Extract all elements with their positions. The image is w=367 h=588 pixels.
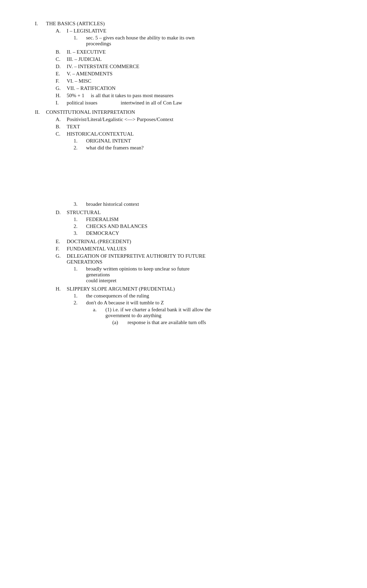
subsection-d-marker: D. [56, 64, 67, 70]
ii-subsection-e-marker: E. [56, 239, 67, 245]
ii-d-item-1-label: FEDERALISM [86, 217, 332, 222]
subsection-i-label: political issues intertwined in all of C… [67, 100, 332, 106]
ii-d-item-1-marker: 1. [74, 217, 86, 222]
ii-c-item-3: 3. broader historical context [67, 201, 332, 207]
ii-subsection-c-label: HISTORICAL/CONTEXTUAL [67, 131, 332, 137]
section-i-subsections: A. I – LEGISLATIVE 1. sec. 5 – gives eac… [46, 28, 332, 106]
ii-h-item-2-a-1-marker: (a) [112, 320, 128, 325]
item-a-1: 1. sec. 5 – gives each house the ability… [67, 35, 332, 47]
ii-subsection-a-marker: A. [56, 117, 67, 122]
ii-subsection-g-marker: G. [56, 253, 67, 285]
ii-h-item-2-content: don't do A because it will tumble to Z a… [86, 300, 332, 328]
ii-subsection-a-label: Positivist/Literal/Legalistic <—> Purpos… [67, 117, 332, 122]
ii-subsection-b-label: TEXT [67, 124, 332, 130]
subsection-e-marker: E. [56, 71, 67, 77]
ii-g-item-1-marker: 1. [74, 266, 86, 284]
subsection-d-label: IV. – INTERSTATE COMMERCE [67, 64, 332, 70]
ii-h-item-2-a-1-label: response is that are available turn offs [128, 320, 332, 325]
ii-h-item-2-a-content: (1) i.e. if we charter a federal bank it… [105, 307, 332, 327]
ii-c-item-1-label: ORIGINAL INTENT [86, 138, 332, 144]
subsection-f: F. VI. – MISC [46, 78, 332, 84]
ii-d-item-3-marker: 3. [74, 230, 86, 236]
section-ii-subsections: A. Positivist/Literal/Legalistic <—> Pur… [46, 117, 332, 329]
ii-h-item-2-subitems: a. (1) i.e. if we charter a federal bank… [86, 307, 332, 327]
subsection-d: D. IV. – INTERSTATE COMMERCE [46, 64, 332, 70]
subsection-a-label: I – LEGISLATIVE [67, 28, 332, 34]
ii-d-item-2-marker: 2. [74, 223, 86, 229]
ii-subsection-c-items: 1. ORIGINAL INTENT 2. what did the frame… [67, 138, 332, 151]
ii-c-item-2-label: what did the framers mean? [86, 145, 332, 151]
subsection-f-label: VI. – MISC [67, 78, 332, 84]
ii-subsection-d-content: STRUCTURAL 1. FEDERALISM 2. CHECKS AND B… [67, 210, 332, 237]
ii-d-item-3: 3. DEMOCRACY [67, 230, 332, 236]
subsection-b-label: II. – EXECUTIVE [67, 49, 332, 55]
section-ii-marker: II. [35, 109, 46, 330]
ii-subsection-d: D. STRUCTURAL 1. FEDERALISM 2. CHEC [46, 210, 332, 237]
ii-subsection-g: G. DELEGATION OF INTERPRETIVE AUTHORITY … [46, 253, 332, 285]
subsection-e: E. V. – AMENDMENTS [46, 71, 332, 77]
ii-d-item-2-label: CHECKS AND BALANCES [86, 223, 332, 229]
section-i-label: THE BASICS (ARTICLES) [46, 21, 332, 27]
ii-subsection-e-label: DOCTRINAL (PRECEDENT) [67, 239, 332, 245]
ii-subsection-d-items: 1. FEDERALISM 2. CHECKS AND BALANCES 3. … [67, 217, 332, 236]
section-i-marker: I. [35, 21, 46, 107]
subsection-a: A. I – LEGISLATIVE 1. sec. 5 – gives eac… [46, 28, 332, 48]
subsection-h-marker: H. [56, 93, 67, 99]
ii-subsection-d-label: STRUCTURAL [67, 210, 332, 215]
ii-h-item-2-a-label: (1) i.e. if we charter a federal bank it… [105, 307, 332, 319]
ii-subsection-f-marker: F. [56, 246, 67, 252]
subsection-c-label: III. – JUDICIAL [67, 56, 332, 62]
item-a-1-marker: 1. [74, 35, 86, 47]
subsection-f-marker: F. [56, 78, 67, 84]
ii-subsection-e: E. DOCTRINAL (PRECEDENT) [46, 239, 332, 245]
subsection-i-marker: I. [56, 100, 67, 106]
ii-subsection-g-content: DELEGATION OF INTERPRETIVE AUTHORITY TO … [67, 253, 332, 285]
section-ii-content: CONSTITUTIONAL INTERPRETATION A. Positiv… [46, 109, 332, 330]
ii-subsection-f: F. FUNDAMENTAL VALUES [46, 246, 332, 252]
ii-d-item-3-label: DEMOCRACY [86, 230, 332, 236]
ii-h-item-1-marker: 1. [74, 293, 86, 299]
ii-d-item-1: 1. FEDERALISM [67, 217, 332, 222]
item-a-1-label: sec. 5 – gives each house the ability to… [86, 35, 332, 47]
section-i: I. THE BASICS (ARTICLES) A. I – LEGISLAT… [35, 21, 332, 107]
ii-subsection-d-marker: D. [56, 210, 67, 237]
ii-subsection-c: C. HISTORICAL/CONTEXTUAL 1. ORIGINAL INT… [46, 131, 332, 208]
ii-g-item-1: 1. broadly written opinions to keep uncl… [67, 266, 332, 284]
ii-subsection-h-marker: H. [56, 286, 67, 329]
ii-h-item-2-marker: 2. [74, 300, 86, 328]
ii-c-item-3-marker: 3. [74, 201, 86, 207]
ii-h-item-2: 2. don't do A because it will tumble to … [67, 300, 332, 328]
subsection-b-marker: B. [56, 49, 67, 55]
subsection-g: G. VII. – RATIFICATION [46, 85, 332, 91]
subsection-a-marker: A. [56, 28, 67, 48]
ii-subsection-f-label: FUNDAMENTAL VALUES [67, 246, 332, 252]
ii-subsection-h: H. SLIPPERY SLOPE ARGUMENT (PRUDENTIAL) … [46, 286, 332, 329]
subsection-e-label: V. – AMENDMENTS [67, 71, 332, 77]
ii-subsection-h-label: SLIPPERY SLOPE ARGUMENT (PRUDENTIAL) [67, 286, 332, 292]
section-ii: II. CONSTITUTIONAL INTERPRETATION A. Pos… [35, 109, 332, 330]
subsection-h: H. 50% + 1 is all that it takes to pass … [46, 93, 332, 99]
subsection-b: B. II. – EXECUTIVE [46, 49, 332, 55]
subsection-c: C. III. – JUDICIAL [46, 56, 332, 62]
ii-g-item-1-label: broadly written opinions to keep unclear… [86, 266, 332, 284]
ii-h-item-1: 1. the consequences of the ruling [67, 293, 332, 299]
subsection-g-label: VII. – RATIFICATION [67, 85, 332, 91]
section-ii-label: CONSTITUTIONAL INTERPRETATION [46, 109, 332, 115]
ii-subsection-c-marker: C. [56, 131, 67, 208]
ii-c-item-1: 1. ORIGINAL INTENT [67, 138, 332, 144]
ii-h-item-2-a: a. (1) i.e. if we charter a federal bank… [86, 307, 332, 327]
outline-list: I. THE BASICS (ARTICLES) A. I – LEGISLAT… [35, 21, 332, 330]
section-i-content: THE BASICS (ARTICLES) A. I – LEGISLATIVE… [46, 21, 332, 107]
subsection-h-label: 50% + 1 is all that it takes to pass mos… [67, 93, 332, 99]
ii-h-item-2-a-marker: a. [93, 307, 105, 327]
ii-h-item-2-a-1: (a) response is that are available turn … [105, 320, 332, 325]
subsection-i: I. political issues intertwined in all o… [46, 100, 332, 106]
ii-subsection-c-item3: 3. broader historical context [67, 201, 332, 207]
ii-d-item-2: 2. CHECKS AND BALANCES [67, 223, 332, 229]
ii-subsection-g-items: 1. broadly written opinions to keep uncl… [67, 266, 332, 284]
ii-c-item-2: 2. what did the framers mean? [67, 145, 332, 151]
ii-subsection-h-content: SLIPPERY SLOPE ARGUMENT (PRUDENTIAL) 1. … [67, 286, 332, 329]
ii-subsection-b-marker: B. [56, 124, 67, 130]
subsection-a-content: I – LEGISLATIVE 1. sec. 5 – gives each h… [67, 28, 332, 48]
ii-subsection-g-label: DELEGATION OF INTERPRETIVE AUTHORITY TO … [67, 253, 332, 265]
